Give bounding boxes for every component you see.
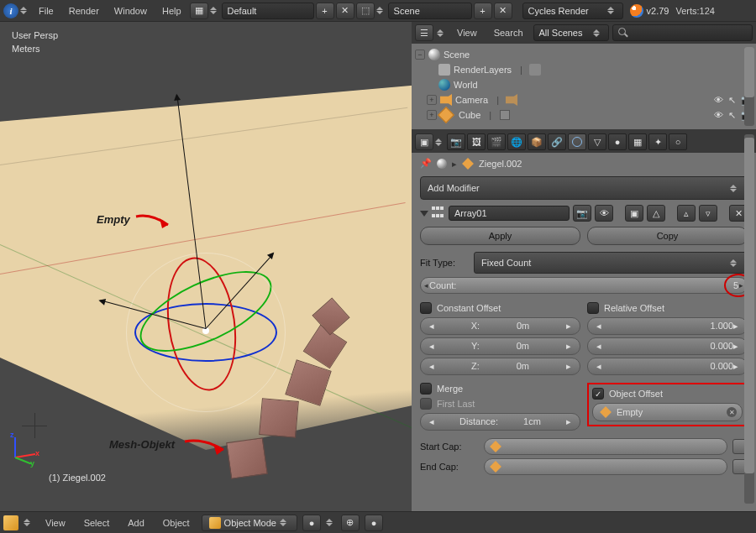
menu-view-3d[interactable]: View [39, 515, 72, 531]
expand-icon[interactable]: + [427, 95, 437, 105]
tab-world[interactable]: 🌐 [507, 133, 526, 150]
startcap-field[interactable] [484, 438, 727, 455]
tree-item-camera[interactable]: Camera [455, 95, 488, 105]
tree-item-cube[interactable]: Cube [459, 110, 480, 120]
expand-icon[interactable]: − [415, 50, 425, 60]
screen-layout-add[interactable]: + [316, 3, 334, 19]
properties-scrollbar[interactable] [744, 134, 754, 504]
outliner-editor-icon[interactable]: ☰ [415, 24, 433, 41]
tab-data[interactable]: ▽ [588, 133, 606, 150]
modifier-move-up[interactable]: ▵ [677, 205, 696, 222]
pin-icon[interactable]: 📌 [420, 158, 432, 170]
count-input[interactable]: ◂ Count: 5 ▸ [420, 277, 748, 294]
object-offset-field[interactable]: Empty ✕ [592, 403, 743, 421]
scene-add[interactable]: + [474, 3, 492, 19]
tree-item-world[interactable]: World [454, 80, 478, 90]
tab-renderlayers[interactable]: 🖼 [467, 133, 486, 150]
menu-select[interactable]: Select [77, 515, 117, 531]
mesh-data-icon[interactable] [500, 110, 510, 120]
menu-file[interactable]: File [32, 3, 60, 19]
menu-object[interactable]: Object [156, 515, 197, 531]
tree-item-renderlayers[interactable]: RenderLayers [454, 65, 512, 75]
menu-render[interactable]: Render [62, 3, 106, 19]
constant-y-input[interactable]: ◂Y:0m▸ [420, 337, 580, 355]
scene-browse[interactable]: ⬚ [356, 3, 375, 19]
viewport-editor-icon[interactable] [3, 515, 18, 530]
tab-scene[interactable]: 🎬 [487, 133, 506, 150]
fit-type-select[interactable]: Fixed Count [474, 252, 748, 274]
editor-type-info-icon[interactable]: i [3, 3, 18, 18]
constant-x-input[interactable]: ◂X:0m▸ [420, 317, 580, 335]
screen-layout-delete[interactable]: ✕ [336, 3, 354, 19]
modifier-render-toggle[interactable]: 📷 [573, 205, 591, 222]
scene-dropdown[interactable] [376, 3, 386, 18]
tab-object[interactable]: 📦 [528, 133, 546, 150]
cursor-icon[interactable]: ↖ [728, 95, 736, 106]
copy-button[interactable]: Copy [587, 227, 748, 245]
outliner-type-dropdown[interactable] [437, 25, 447, 40]
menu-help[interactable]: Help [155, 3, 188, 19]
scrollbar-thumb[interactable] [744, 138, 754, 473]
3d-viewport[interactable]: User Persp Meters Empty Mesh-Objekt [0, 22, 412, 511]
scene-icon[interactable] [437, 159, 447, 169]
renderlayer-sub-icon[interactable] [529, 64, 541, 76]
screen-layout-name[interactable]: Default [222, 3, 314, 19]
tab-particles[interactable]: ✦ [648, 133, 667, 150]
tab-texture[interactable]: ▦ [628, 133, 647, 150]
object-icon[interactable] [462, 158, 474, 170]
outliner-menu-view[interactable]: View [450, 24, 484, 41]
breadcrumb-object[interactable]: Ziegel.002 [479, 159, 522, 169]
shading-sphere-icon[interactable]: ● [302, 515, 321, 531]
modifier-move-down[interactable]: ▿ [699, 205, 717, 222]
modifier-name-input[interactable]: Array01 [449, 206, 570, 221]
shading-dropdown[interactable] [326, 515, 336, 530]
camera-data-icon[interactable] [506, 94, 517, 106]
properties-editor-icon[interactable]: ▣ [415, 133, 433, 150]
tree-item-scene[interactable]: Scene [444, 50, 470, 60]
scene-name[interactable]: Scene [388, 3, 472, 19]
screen-layout-dropdown[interactable] [210, 3, 220, 18]
object-offset-checkbox[interactable] [592, 388, 604, 400]
firstlast-checkbox[interactable] [420, 398, 432, 410]
outliner-filter[interactable]: All Scenes [533, 24, 609, 41]
modifier-editmode-toggle[interactable]: ▣ [625, 205, 643, 222]
tab-render[interactable]: 📷 [447, 133, 465, 150]
viewport-shading-solid[interactable]: ● [365, 515, 383, 531]
tab-modifiers[interactable] [568, 133, 586, 150]
render-engine-select[interactable]: Cycles Render [522, 3, 623, 19]
apply-button[interactable]: Apply [420, 227, 580, 245]
menu-add[interactable]: Add [121, 515, 151, 531]
distance-input[interactable]: ◂Distance:1cm▸ [420, 413, 580, 431]
endcap-field[interactable] [484, 458, 727, 475]
clear-icon[interactable]: ✕ [727, 407, 737, 417]
scene-delete[interactable]: ✕ [494, 3, 512, 19]
add-modifier-dropdown[interactable]: Add Modifier [420, 176, 748, 200]
tab-constraints[interactable]: 🔗 [548, 133, 566, 150]
tab-physics[interactable]: ○ [669, 133, 687, 150]
screen-layout-browse[interactable]: ▦ [190, 3, 208, 19]
relative-x-input[interactable]: ◂1.000▸ [587, 317, 748, 335]
mode-select[interactable]: Object Mode [202, 515, 297, 531]
collapse-icon[interactable] [420, 211, 428, 217]
modifier-display-toggle[interactable]: 👁 [595, 205, 613, 222]
merge-checkbox[interactable] [420, 383, 432, 395]
editor-type-dropdown[interactable] [20, 3, 30, 18]
properties-type-dropdown[interactable] [435, 134, 445, 149]
scrollbar-thumb[interactable] [744, 47, 754, 97]
outliner-menu-search[interactable]: Search [487, 24, 530, 41]
viewport-type-dropdown[interactable] [24, 515, 34, 530]
cursor-icon[interactable]: ↖ [728, 110, 736, 121]
eye-icon[interactable]: 👁 [714, 110, 723, 120]
modifier-cage-toggle[interactable]: △ [647, 205, 665, 222]
expand-icon[interactable]: + [427, 110, 437, 120]
relative-y-input[interactable]: ◂0.000▸ [587, 337, 748, 355]
outliner-tree[interactable]: −Scene RenderLayers| World +Camera| 👁↖📷 … [412, 44, 756, 129]
menu-window[interactable]: Window [108, 3, 154, 19]
viewport-shading-wire[interactable]: ⊕ [341, 515, 360, 531]
constant-offset-checkbox[interactable] [420, 302, 432, 314]
relative-z-input[interactable]: ◂0.000▸ [587, 358, 748, 375]
outliner-search-input[interactable] [612, 24, 753, 41]
constant-z-input[interactable]: ◂Z:0m▸ [420, 358, 580, 375]
3d-manipulator[interactable] [130, 257, 281, 408]
relative-offset-checkbox[interactable] [587, 302, 599, 314]
